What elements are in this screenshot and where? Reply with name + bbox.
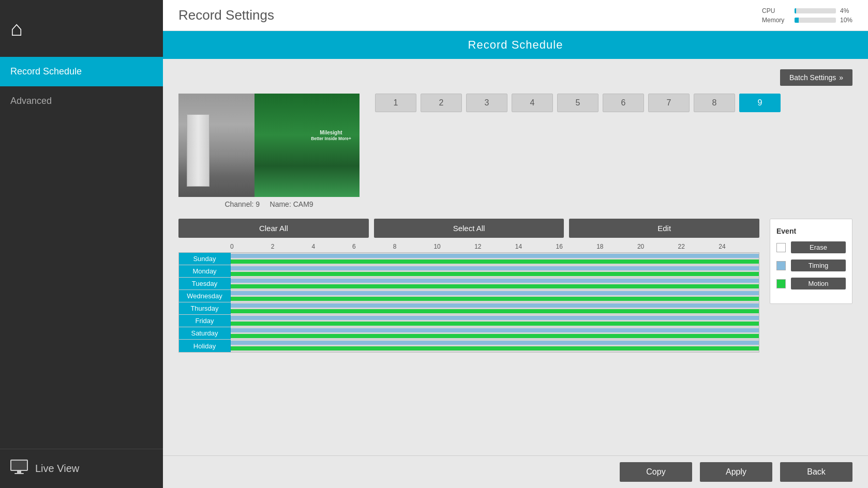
time-axis: 0 2 4 6 8 10 12 14 16 18 20 22 24 <box>230 243 759 250</box>
timing-button[interactable]: Timing <box>791 260 846 271</box>
time-20: 20 <box>637 243 678 250</box>
timing-bar-thursday <box>231 303 759 308</box>
main-content: Record Settings CPU 4% Memory 10% Record… <box>163 0 868 488</box>
day-label-holiday: Holiday <box>179 340 231 352</box>
motion-bar-tuesday <box>231 284 759 288</box>
memory-bar-bg <box>795 18 836 23</box>
time-4: 4 <box>311 243 352 250</box>
timing-bar-friday <box>231 316 759 320</box>
sidebar-record-schedule-label: Record Schedule <box>10 66 82 77</box>
grid-cells-sunday[interactable] <box>231 253 759 265</box>
time-16: 16 <box>556 243 597 250</box>
motion-bar-saturday <box>231 334 759 338</box>
grid-cells-saturday[interactable] <box>231 327 759 339</box>
channel-btn-8[interactable]: 8 <box>694 94 735 112</box>
motion-bar-holiday <box>231 346 759 350</box>
day-label-wednesday: Wednesday <box>179 290 231 302</box>
apply-button[interactable]: Apply <box>700 462 772 482</box>
erase-button[interactable]: Erase <box>791 241 846 253</box>
grid-row-saturday: Saturday <box>179 327 759 340</box>
sidebar-item-advanced[interactable]: Advanced <box>0 86 163 116</box>
grid-row-friday: Friday <box>179 315 759 327</box>
channel-btn-9[interactable]: 9 <box>739 94 781 112</box>
channel-btn-6[interactable]: 6 <box>603 94 644 112</box>
cpu-stat-row: CPU 4% <box>762 7 852 14</box>
time-18: 18 <box>596 243 637 250</box>
timing-bar-sunday <box>231 254 759 258</box>
batch-settings-chevron: » <box>839 73 843 82</box>
sidebar-item-record-schedule[interactable]: Record Schedule <box>0 57 163 86</box>
day-label-sunday: Sunday <box>179 253 231 265</box>
legend-item-motion: Motion <box>776 278 846 289</box>
camera-thumbnail: MilesightBetter Inside More+ <box>178 94 360 197</box>
batch-settings-button[interactable]: Batch Settings » <box>780 69 852 86</box>
time-14: 14 <box>515 243 556 250</box>
event-legend-title: Event <box>776 227 846 235</box>
grid-row-holiday: Holiday <box>179 340 759 352</box>
schedule-controls: Clear All Select All Edit <box>178 219 759 238</box>
bottom-bar: Copy Apply Back <box>163 455 868 488</box>
sidebar-logo: ⌂ <box>0 0 163 57</box>
grid-cells-holiday[interactable] <box>231 340 759 352</box>
sidebar-nav: Record Schedule Advanced <box>0 57 163 449</box>
batch-settings-label: Batch Settings <box>789 73 836 82</box>
motion-bar-wednesday <box>231 297 759 301</box>
grid-row-sunday: Sunday <box>179 253 759 265</box>
grid-cells-friday[interactable] <box>231 315 759 327</box>
timing-bar-wednesday <box>231 291 759 295</box>
channel-btn-4[interactable]: 4 <box>512 94 553 112</box>
cpu-percent: 4% <box>840 7 849 14</box>
channel-grid: 1 2 3 4 5 6 7 8 9 <box>375 94 852 208</box>
motion-color-swatch <box>776 279 786 288</box>
cam-door-area <box>178 94 260 197</box>
sidebar-footer: Live View <box>0 449 163 488</box>
camera-name-label: Name: CAM9 <box>270 200 313 208</box>
grid-row-wednesday: Wednesday <box>179 290 759 302</box>
camera-info-label: Channel: 9 Name: CAM9 <box>178 200 360 208</box>
timing-bar-holiday <box>231 341 759 345</box>
time-0: 0 <box>230 243 271 250</box>
timing-bar-monday <box>231 266 759 270</box>
day-label-friday: Friday <box>179 315 231 327</box>
clear-all-button[interactable]: Clear All <box>178 219 369 238</box>
memory-bar-fill <box>795 18 799 23</box>
channel-btn-1[interactable]: 1 <box>375 94 416 112</box>
channel-btn-2[interactable]: 2 <box>421 94 462 112</box>
cpu-bar-fill <box>795 8 796 13</box>
grid-row-thursday: Thursday <box>179 302 759 315</box>
grid-cells-monday[interactable] <box>231 265 759 277</box>
content-area: Batch Settings » MilesightBetter Inside … <box>163 59 868 455</box>
edit-button[interactable]: Edit <box>569 219 759 238</box>
live-view-label[interactable]: Live View <box>35 463 79 475</box>
cam-greenwall-area: MilesightBetter Inside More+ <box>255 94 360 197</box>
grid-cells-wednesday[interactable] <box>231 290 759 302</box>
timing-color-swatch <box>776 261 786 270</box>
home-icon: ⌂ <box>10 17 23 40</box>
copy-button[interactable]: Copy <box>620 462 692 482</box>
channel-btn-3[interactable]: 3 <box>466 94 507 112</box>
page-title: Record Settings <box>178 7 274 23</box>
svg-rect-1 <box>11 461 27 470</box>
motion-bar-sunday <box>231 260 759 264</box>
channel-btn-5[interactable]: 5 <box>557 94 598 112</box>
grid-cells-thursday[interactable] <box>231 302 759 314</box>
grid-row-tuesday: Tuesday <box>179 278 759 290</box>
select-all-button[interactable]: Select All <box>374 219 564 238</box>
channel-btn-7[interactable]: 7 <box>648 94 690 112</box>
cpu-bar-bg <box>795 8 836 13</box>
system-stats: CPU 4% Memory 10% <box>762 7 852 24</box>
channel-label: Channel: 9 <box>225 200 260 208</box>
memory-label: Memory <box>762 17 790 24</box>
header-band: Record Schedule <box>163 31 868 59</box>
channel-numbers: 1 2 3 4 5 6 7 8 9 <box>375 94 852 112</box>
day-label-thursday: Thursday <box>179 302 231 314</box>
grid-cells-tuesday[interactable] <box>231 278 759 289</box>
time-12: 12 <box>474 243 515 250</box>
back-button[interactable]: Back <box>780 462 852 482</box>
erase-color-swatch <box>776 243 786 252</box>
motion-button[interactable]: Motion <box>791 278 846 289</box>
day-label-monday: Monday <box>179 265 231 277</box>
sidebar-advanced-label: Advanced <box>10 96 52 106</box>
svg-rect-2 <box>17 471 21 473</box>
schedule-main: Clear All Select All Edit 0 2 4 6 8 10 1… <box>178 219 759 353</box>
